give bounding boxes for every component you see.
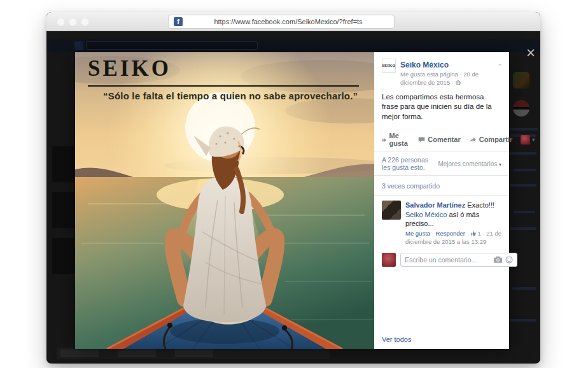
dimmed-text-line	[508, 128, 538, 131]
comment-like-link[interactable]: Me gusta	[405, 230, 430, 237]
dimmed-bottom-row	[57, 348, 330, 359]
photo-quote: “Sólo le falta el tiempo a quien no sabe…	[103, 90, 358, 101]
window-control-dot[interactable]	[57, 18, 65, 26]
seiko-logo: SEIKO	[88, 56, 171, 81]
thumbs-up-icon	[382, 136, 387, 143]
comment-text: Salvador Martínez Exacto!!! Seiko México…	[405, 201, 494, 227]
dimmed-facebook-logo	[74, 41, 83, 50]
comment-like-count: 1	[477, 230, 480, 237]
dimmed-search-bar	[86, 41, 258, 50]
camera-icon[interactable]	[494, 256, 502, 263]
see-all-link[interactable]: Ver todos	[382, 336, 411, 343]
current-user-avatar	[382, 253, 396, 267]
post-header: SEIKO Seiko México Me gusta esta página …	[382, 59, 501, 87]
dimmed-text-line	[514, 211, 535, 213]
page-mention-link[interactable]: Seiko México	[405, 211, 447, 218]
comment-input[interactable]	[405, 256, 491, 264]
dimmed-game-icon	[513, 72, 529, 88]
dimmed-text-line	[508, 152, 536, 155]
window-control-dot[interactable]	[69, 18, 77, 26]
dimmed-text-line	[510, 319, 536, 322]
chevron-down-icon: ▾	[499, 162, 501, 167]
voice-avatar	[521, 135, 530, 145]
dimmed-text-line	[512, 287, 536, 290]
comment-meta: Me gusta · Responder · 1 · 21 de diciemb…	[405, 229, 501, 246]
browser-titlebar: f https://www.facebook.com/SeikoMexico/?…	[46, 12, 540, 31]
comment-bubble-icon	[418, 136, 425, 143]
window-control-dot[interactable]	[81, 18, 89, 26]
facebook-favicon-icon: f	[174, 17, 183, 26]
dimmed-thumbnail	[52, 192, 76, 229]
likes-count-link[interactable]: A 226 personas les gusta esto.	[382, 156, 438, 171]
dimmed-text-line	[514, 169, 536, 171]
comment-reply-link[interactable]: Responder	[436, 230, 465, 237]
dimmed-thumbnail	[52, 237, 76, 274]
close-icon[interactable]: ×	[524, 45, 538, 59]
photo-lightbox: SEIKO “Sólo le falta el tiempo a quien n…	[75, 52, 509, 349]
url-text[interactable]: https://www.facebook.com/SeikoMexico/?fr…	[188, 18, 389, 25]
page-viewport: ×	[46, 31, 540, 363]
shares-row: 3 veces compartido	[382, 176, 501, 195]
address-bar[interactable]: f https://www.facebook.com/SeikoMexico/?…	[168, 15, 395, 29]
commenter-avatar[interactable]	[382, 201, 401, 220]
post-photo[interactable]: SEIKO “Sólo le falta el tiempo a quien n…	[75, 52, 374, 349]
dimmed-thumbnail	[52, 146, 76, 183]
like-page-link[interactable]: Me gusta esta página	[400, 71, 458, 78]
shares-count-link[interactable]: 3 veces compartido	[382, 182, 440, 190]
action-bar: Me gusta Comentar Compartir ▾	[382, 130, 501, 152]
commenter-name-link[interactable]: Salvador Martínez	[405, 201, 465, 209]
share-arrow-icon	[469, 136, 477, 143]
dimmed-text-line	[510, 227, 536, 230]
post-options-chevron-icon[interactable]: ⌄	[498, 60, 503, 67]
chevron-down-icon: ▾	[532, 137, 535, 143]
likes-row: A 226 personas les gusta esto. Mejores c…	[382, 152, 501, 175]
browser-window: f https://www.facebook.com/SeikoMexico/?…	[46, 12, 540, 364]
voice-selector[interactable]: ▾	[521, 135, 535, 145]
share-button[interactable]: Compartir	[469, 136, 513, 143]
smiley-icon[interactable]	[505, 256, 513, 264]
thumbs-up-icon	[471, 230, 477, 236]
comment-item: Salvador Martínez Exacto!!! Seiko México…	[382, 196, 501, 251]
post-detail-panel: SEIKO Seiko México Me gusta esta página …	[374, 52, 509, 349]
post-text: Les compartimos esta hermosa frase para …	[382, 92, 501, 123]
comment-button[interactable]: Comentar	[418, 136, 460, 143]
comment-input-box[interactable]	[400, 253, 517, 267]
logo-underline	[88, 85, 359, 87]
privacy-globe-icon	[456, 80, 461, 85]
comment-composer	[382, 251, 501, 267]
page-name-link[interactable]: Seiko México	[400, 60, 449, 69]
post-meta: Me gusta esta página · 20 de diciembre d…	[400, 71, 501, 87]
page-avatar[interactable]: SEIKO	[382, 59, 396, 73]
comment-sort-dropdown[interactable]: Mejores comentarios ▾	[438, 160, 501, 167]
dimmed-pokeball-icon	[513, 100, 529, 117]
like-button[interactable]: Me gusta	[382, 132, 410, 147]
dimmed-text-line	[510, 184, 536, 187]
page-avatar-text: SEIKO	[382, 64, 396, 67]
